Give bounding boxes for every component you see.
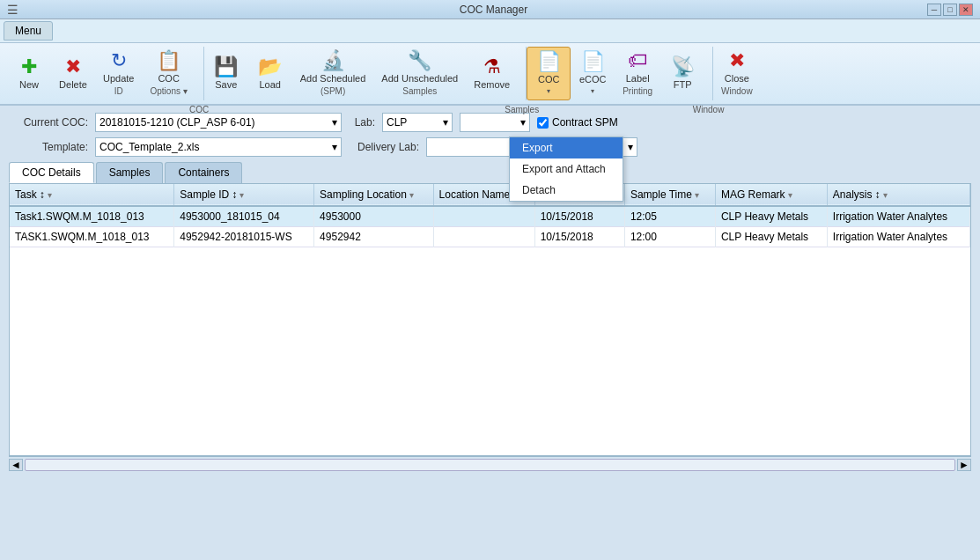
form-row-coc: Current COC: 20181015-1210 (CLP_ASP 6-01… [9, 113, 971, 132]
label-printing-sublabel: Printing [623, 86, 652, 96]
update-id-button[interactable]: ↻ Update ID [95, 47, 142, 100]
save-label: Save [215, 79, 237, 90]
window-group-label: Window [693, 105, 725, 114]
table-row[interactable]: TASK1.SWQM.M_1018_0134952942-20181015-WS… [10, 227, 970, 247]
current-coc-label: Current COC: [9, 116, 88, 129]
window-controls[interactable]: ─ □ ✕ [927, 4, 973, 16]
restore-button[interactable]: □ [943, 4, 957, 16]
form-row-template: Template: COC_Template_2.xls ▾ Delivery … [9, 137, 971, 157]
remove-icon: ⚗ [483, 57, 501, 77]
contract-spm-checkbox[interactable] [537, 117, 549, 129]
menu-tab[interactable]: Menu [4, 21, 53, 41]
coc-dropdown-menu: Export Export and Attach Detach [509, 136, 623, 202]
add-scheduled-button[interactable]: 🔬 Add Scheduled (SPM) [292, 47, 374, 100]
update-id-label: Update [103, 73, 134, 84]
remove-button[interactable]: ⚗ Remove [466, 47, 518, 100]
samples-table: Task ↕ ▾ Sample ID ↕ ▾ [10, 184, 970, 247]
remove-label: Remove [474, 79, 510, 90]
ecoc-dropdown-arrow: ▾ [591, 87, 594, 95]
ecoc-label: eCOC [579, 74, 607, 85]
load-button[interactable]: 📂 Load [248, 47, 292, 100]
lab-arrow2: ▾ [520, 116, 526, 129]
coc-export-icon: 📄 [537, 52, 561, 71]
main-content: Current COC: 20181015-1210 (CLP_ASP 6-01… [0, 106, 980, 479]
label-printing-label: Label [626, 73, 650, 84]
window-title: COC Manager [60, 4, 927, 16]
col-analysis: Analysis ↕ ▾ [827, 184, 969, 206]
close-window-label: Close [725, 73, 749, 84]
lab-arrow: ▾ [443, 116, 448, 129]
load-icon: 📂 [258, 57, 282, 77]
close-window-button[interactable]: ✖ Close Window [713, 47, 761, 100]
tab-samples[interactable]: Samples [96, 162, 164, 183]
scroll-left-btn[interactable]: ◄ [9, 459, 23, 471]
toolbar: ✚ New ✖ Delete ↻ Update ID 📋 COC Options… [0, 43, 980, 106]
ecoc-button[interactable]: 📄 eCOC ▾ [571, 47, 615, 100]
export-attach-item[interactable]: Export and Attach [510, 158, 623, 180]
add-unscheduled-sublabel: Samples [402, 86, 437, 96]
add-scheduled-label: Add Scheduled [300, 73, 366, 84]
table-container: Task ↕ ▾ Sample ID ↕ ▾ [9, 183, 971, 456]
coc-btn-label: COC [538, 74, 559, 85]
new-icon: ✚ [21, 57, 37, 77]
ftp-icon: 📡 [671, 57, 695, 77]
delete-icon: ✖ [65, 57, 81, 77]
ftp-label: FTP [674, 79, 692, 90]
col-sample-time: Sample Time ▾ [624, 184, 715, 206]
close-window-icon: ✖ [729, 51, 745, 70]
add-scheduled-icon: 🔬 [321, 51, 345, 70]
ftp-button[interactable]: 📡 FTP [660, 47, 704, 100]
add-unscheduled-icon: 🔧 [408, 51, 431, 70]
export-item[interactable]: Export [510, 137, 623, 158]
table-body: Task1.SWQM.M_1018_0134953000_181015_0449… [10, 206, 970, 247]
detach-item[interactable]: Detach [510, 180, 623, 201]
add-unscheduled-button[interactable]: 🔧 Add Unscheduled Samples [373, 47, 466, 100]
current-coc-select[interactable]: 20181015-1210 (CLP_ASP 6-01) ▾ [95, 113, 342, 132]
table-row[interactable]: Task1.SWQM.M_1018_0134953000_181015_0449… [10, 206, 970, 227]
coc-options-label: COC [158, 73, 179, 84]
update-id-sublabel: ID [114, 86, 123, 96]
add-unscheduled-label: Add Unscheduled [381, 73, 458, 84]
col-sampling-location: Sampling Location ▾ [314, 184, 433, 206]
window-close-button[interactable]: ✕ [959, 4, 973, 16]
lab-select[interactable]: CLP ▾ [382, 113, 453, 132]
current-coc-arrow: ▾ [332, 116, 337, 129]
menu-bar: Menu [0, 19, 980, 43]
template-select[interactable]: COC_Template_2.xls ▾ [95, 137, 342, 157]
template-arrow: ▾ [332, 141, 337, 153]
new-label: New [19, 79, 39, 90]
lab-label: Lab: [349, 116, 375, 129]
label-printing-icon: 🏷 [628, 51, 647, 70]
coc-dropdown-arrow: ▾ [547, 87, 550, 95]
col-sample-id: Sample ID ↕ ▾ [174, 184, 314, 206]
tab-coc-details[interactable]: COC Details [9, 162, 94, 183]
contract-spm-label: Contract SPM [552, 116, 618, 129]
label-printing-button[interactable]: 🏷 Label Printing [615, 47, 660, 100]
table-header-row: Task ↕ ▾ Sample ID ↕ ▾ [10, 184, 970, 206]
add-scheduled-sublabel: (SPM) [321, 86, 345, 96]
coc-group-label: COC [189, 105, 209, 114]
coc-export-button[interactable]: 📄 COC ▾ [527, 47, 571, 100]
delete-button[interactable]: ✖ Delete [51, 47, 95, 100]
template-label: Template: [9, 141, 88, 153]
tab-containers[interactable]: Containers [165, 162, 242, 183]
save-button[interactable]: 💾 Save [204, 47, 248, 100]
lab-select2[interactable]: ▾ [460, 113, 530, 132]
title-bar: ☰ COC Manager ─ □ ✕ [0, 0, 980, 19]
template-value: COC_Template_2.xls [99, 141, 199, 153]
minimize-button[interactable]: ─ [927, 4, 941, 16]
ecoc-icon: 📄 [581, 52, 605, 71]
samples-group-label: Samples [505, 105, 539, 114]
horizontal-scrollbar[interactable] [25, 459, 955, 471]
delivery-lab-arrow: ▾ [628, 141, 633, 153]
current-coc-value: 20181015-1210 (CLP_ASP 6-01) [99, 116, 255, 129]
new-button[interactable]: ✚ New [7, 47, 51, 100]
load-label: Load [259, 79, 280, 90]
scroll-right-btn[interactable]: ► [957, 459, 971, 471]
coc-options-button[interactable]: 📋 COC Options ▾ [142, 47, 195, 100]
col-mag-remark: MAG Remark ▾ [715, 184, 827, 206]
save-icon: 💾 [214, 57, 238, 77]
scrollbar-area: ◄ ► [9, 456, 971, 472]
tabs-bar: COC Details Samples Containers [9, 162, 971, 183]
delete-label: Delete [59, 79, 87, 90]
